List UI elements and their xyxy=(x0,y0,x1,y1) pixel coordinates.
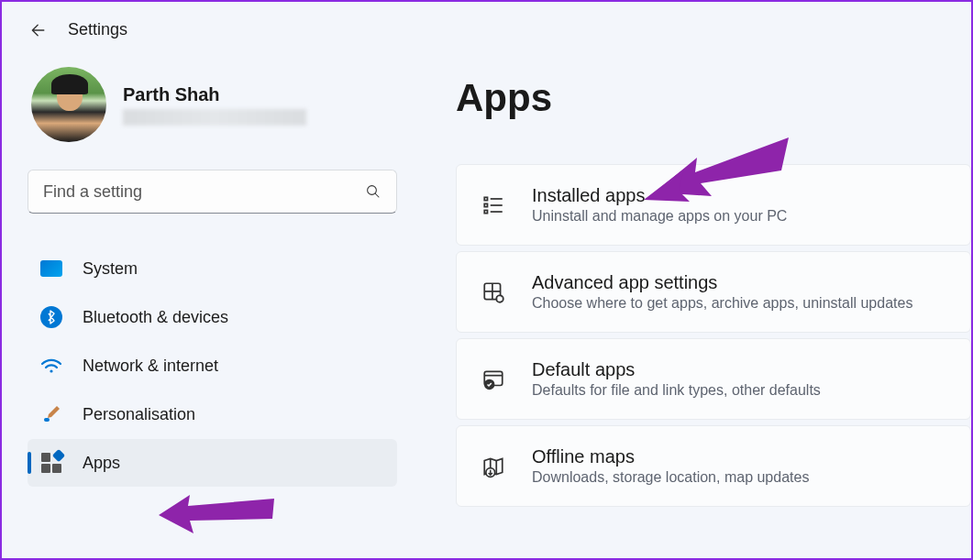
search-input-wrapper[interactable] xyxy=(28,170,397,214)
sidebar-item-label: Apps xyxy=(83,454,120,473)
sidebar-item-label: Network & internet xyxy=(83,357,218,376)
card-title: Offline maps xyxy=(532,446,809,467)
settings-cards: Installed apps Uninstall and manage apps… xyxy=(456,164,971,507)
card-subtitle: Downloads, storage location, map updates xyxy=(532,469,809,486)
svg-rect-6 xyxy=(484,210,487,213)
window-header: Settings xyxy=(2,2,971,49)
user-email-redacted xyxy=(123,109,306,126)
app-gear-icon xyxy=(481,280,506,305)
list-icon xyxy=(481,192,506,218)
user-profile[interactable]: Parth Shah xyxy=(31,67,397,142)
monitor-icon xyxy=(40,258,62,280)
card-offline-maps[interactable]: Offline maps Downloads, storage location… xyxy=(456,425,971,507)
svg-rect-5 xyxy=(484,203,487,206)
sidebar-item-network[interactable]: Network & internet xyxy=(28,342,397,390)
header-title: Settings xyxy=(68,20,127,39)
apps-icon xyxy=(40,452,62,474)
avatar xyxy=(31,67,106,142)
wifi-icon xyxy=(40,355,62,377)
card-title: Advanced app settings xyxy=(532,272,912,293)
sidebar-item-label: Bluetooth & devices xyxy=(83,308,228,327)
sidebar-item-apps[interactable]: Apps xyxy=(28,439,397,487)
card-title: Default apps xyxy=(532,359,821,380)
card-title: Installed apps xyxy=(532,185,787,206)
card-subtitle: Choose where to get apps, archive apps, … xyxy=(532,295,912,312)
bluetooth-icon xyxy=(40,306,62,328)
card-installed-apps[interactable]: Installed apps Uninstall and manage apps… xyxy=(456,164,971,246)
sidebar-item-bluetooth[interactable]: Bluetooth & devices xyxy=(28,293,397,341)
window-check-icon xyxy=(481,367,506,392)
sidebar: Parth Shah System Bluetooth & devices xyxy=(2,49,410,507)
user-name: Parth Shah xyxy=(123,84,306,105)
map-download-icon xyxy=(481,454,506,479)
card-default-apps[interactable]: Default apps Defaults for file and link … xyxy=(456,338,971,420)
sidebar-item-label: System xyxy=(83,259,138,279)
svg-line-1 xyxy=(375,193,379,197)
main-content: Apps Installed apps Uninstall and manage… xyxy=(410,49,971,507)
sidebar-item-label: Personalisation xyxy=(83,405,195,424)
svg-rect-3 xyxy=(44,418,50,422)
svg-point-2 xyxy=(50,369,52,372)
back-button[interactable] xyxy=(29,21,48,39)
page-title: Apps xyxy=(456,76,971,120)
paintbrush-icon xyxy=(40,403,62,425)
card-subtitle: Uninstall and manage apps on your PC xyxy=(532,208,787,225)
sidebar-nav: System Bluetooth & devices Network & int… xyxy=(28,245,397,487)
sidebar-item-system[interactable]: System xyxy=(28,245,397,292)
card-subtitle: Defaults for file and link types, other … xyxy=(532,382,821,399)
svg-rect-4 xyxy=(484,197,487,200)
search-input[interactable] xyxy=(43,182,365,202)
search-icon[interactable] xyxy=(365,183,381,200)
arrow-left-icon xyxy=(29,21,48,39)
sidebar-item-personalisation[interactable]: Personalisation xyxy=(28,390,397,438)
card-advanced-app-settings[interactable]: Advanced app settings Choose where to ge… xyxy=(456,251,971,333)
